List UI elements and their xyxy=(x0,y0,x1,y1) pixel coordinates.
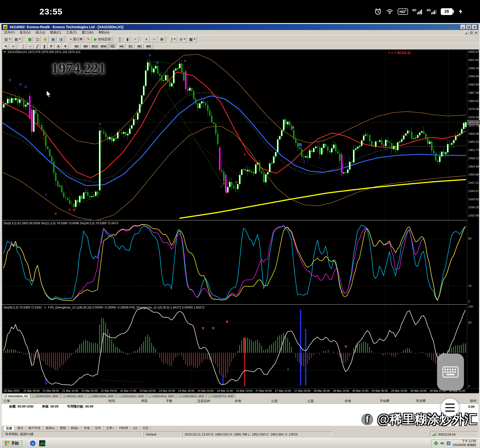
battery-percent: 26 xyxy=(444,9,449,14)
tab-alerts[interactable]: 警报 xyxy=(58,426,68,430)
bar-chart-mode-button[interactable]: ║ xyxy=(116,36,123,42)
chart-tab-usdcadm-m30[interactable]: USDCADm, M30 xyxy=(176,394,206,398)
trendline-tool-button[interactable]: ╱ xyxy=(34,44,40,49)
new-order-button[interactable]: +新订单 xyxy=(68,36,84,42)
tab-articles[interactable]: 文章1 xyxy=(104,426,116,430)
time-axis[interactable]: 20 Mar 202321 Mar 00:0021 Mar 08:0021 Ma… xyxy=(2,388,479,393)
fibonacci-tool-button[interactable]: F xyxy=(48,44,54,49)
price-scale[interactable]: 2005.4702001.8291998.1881994.5471990.906… xyxy=(467,50,479,388)
tab-trade[interactable]: 交易 xyxy=(4,426,14,431)
col-commission[interactable]: 手续费 xyxy=(378,399,414,403)
chart-tab-hk50m-m30[interactable]: HK50m, M30 xyxy=(61,394,86,398)
window-title-bar[interactable]: 19118062: Exness-Real9 - Exness Technolo… xyxy=(2,24,478,30)
strategy-tester-button[interactable]: ◨ xyxy=(57,36,64,42)
tab-market[interactable]: 市场 xyxy=(82,426,92,430)
arrows-tool-button[interactable]: ▼ xyxy=(62,44,68,49)
col-symbol[interactable]: 交易品种 xyxy=(195,399,233,403)
tab-account-history[interactable]: 账户历史 xyxy=(26,426,43,430)
tab-journal[interactable]: 日志 xyxy=(140,426,151,430)
stochastic-panel-canvas[interactable] xyxy=(2,220,467,304)
horizontal-line-tool-button[interactable]: ─ xyxy=(27,44,34,49)
tab-signals[interactable]: 信号 xyxy=(93,426,104,430)
taskbar-clock[interactable]: 下午 11:56 2023/3/30 星期四 xyxy=(453,439,476,447)
chart-tab-gbpusdm-m30[interactable]: GBPUSDm, M30 xyxy=(86,394,116,398)
indicators-button[interactable]: ƒ xyxy=(169,36,177,42)
timeframe-w1-button[interactable]: W1 xyxy=(136,44,144,49)
connection-bars-icon xyxy=(432,432,436,436)
line-chart-mode-button[interactable]: ~ xyxy=(132,36,139,42)
chart-tab-usdchfm-m30[interactable]: USDCHFm, M30 xyxy=(146,394,176,398)
browser-icon[interactable]: e xyxy=(29,440,36,447)
chart-tab-nzdusdm-m30[interactable]: NZDUSDm, M30 xyxy=(116,394,146,398)
col-time[interactable]: 时间 xyxy=(106,399,139,403)
window-close-button[interactable] xyxy=(472,25,477,29)
chart-tab-eurusdm-m30[interactable]: EURUSDm, M30 xyxy=(30,394,60,398)
chart-tab-xauusdm-h1[interactable]: XAUUSDm, H1 xyxy=(2,394,30,398)
menu-tools[interactable]: 工具(T) xyxy=(64,30,79,35)
candlestick-mode-button[interactable]: ▮ xyxy=(124,36,131,42)
tab-mailbox[interactable]: 邮箱6 xyxy=(69,426,81,430)
autotrading-button[interactable]: ▶自动交易 xyxy=(93,36,112,42)
menu-help[interactable]: 帮助(H) xyxy=(96,30,112,35)
start-button[interactable]: 开始 xyxy=(1,440,22,447)
menu-window[interactable]: 窗口(W) xyxy=(79,30,96,35)
periods-button[interactable]: ⊙ xyxy=(178,36,187,42)
col-current-price[interactable]: 价格 xyxy=(343,399,378,403)
cursor-tool-button[interactable]: ↖ xyxy=(3,44,9,49)
volume-icon[interactable] xyxy=(440,441,444,445)
divergence-panel-canvas[interactable] xyxy=(2,305,467,388)
col-type[interactable]: 类型 xyxy=(139,399,164,403)
stochastic-indicator-label: Sto(8,3,3) 62.2803 58.5539 Sto(21,3,3) 7… xyxy=(4,222,118,225)
floating-menu-button[interactable] xyxy=(441,398,459,416)
menu-insert[interactable]: 插入(I) xyxy=(33,30,48,35)
channel-tool-button[interactable]: ∥ xyxy=(41,44,48,49)
window-maximize-button[interactable] xyxy=(466,25,471,29)
status-profile[interactable]: Default xyxy=(144,431,181,437)
timeframe-d1-button[interactable]: D1 xyxy=(126,44,135,49)
vertical-line-tool-button[interactable]: │ xyxy=(20,44,26,49)
col-stop-loss[interactable]: 止损 xyxy=(269,399,305,403)
text-tool-button[interactable]: A xyxy=(55,44,62,49)
metaeditor-button[interactable]: ✎ xyxy=(85,36,92,42)
tab-news[interactable]: 新闻99 xyxy=(44,426,57,430)
terminal-panel-button[interactable]: ▣ xyxy=(50,36,56,42)
chevron-down-icon[interactable] xyxy=(4,51,6,53)
tab-experts[interactable]: EA xyxy=(131,426,140,430)
col-order[interactable]: 订单 xyxy=(2,399,106,403)
templates-button[interactable]: ▨ xyxy=(188,36,197,42)
menu-charts[interactable]: 图表(C) xyxy=(48,30,64,35)
menu-file[interactable]: 文件(F) xyxy=(2,30,17,35)
timeframe-m30-button[interactable]: M30 xyxy=(100,44,108,49)
timeframe-m15-button[interactable]: M15 xyxy=(90,44,99,49)
child-close-button[interactable] xyxy=(474,31,478,34)
col-open-price[interactable]: 价格 xyxy=(233,399,269,403)
ime-icon[interactable] xyxy=(446,441,450,445)
child-minimize-button[interactable] xyxy=(464,31,468,34)
timeframe-h1-button[interactable]: H1 xyxy=(108,44,117,49)
col-lots[interactable]: 手数 xyxy=(164,399,195,403)
market-watch-button[interactable]: ▥ xyxy=(26,36,33,42)
tab-exposure[interactable]: 展示 xyxy=(15,426,26,430)
child-restore-button[interactable] xyxy=(469,31,473,34)
profiles-button[interactable]: ▦ xyxy=(13,36,22,42)
timeframe-m5-button[interactable]: M5 xyxy=(82,44,90,49)
auto-scroll-button[interactable]: ⊞ xyxy=(158,36,165,42)
mt4-app-icon[interactable] xyxy=(38,440,46,447)
timeframe-mn-button[interactable]: MN xyxy=(144,44,153,49)
crosshair-tool-button[interactable]: + xyxy=(10,44,16,49)
floating-keyboard-button[interactable] xyxy=(437,354,464,390)
safety-icon[interactable] xyxy=(434,441,438,445)
zoom-in-button[interactable]: + xyxy=(143,36,150,42)
chart-tab-usdjpym-m30[interactable]: USDJPYm, M30 xyxy=(206,394,236,398)
data-window-button[interactable]: ◫ xyxy=(34,36,41,42)
navigator-button[interactable]: ⊞ xyxy=(42,36,49,42)
trendline-tool-icon: ╱ xyxy=(36,45,38,48)
tab-code-base[interactable]: 代码库 xyxy=(117,426,130,430)
new-chart-button[interactable]: ▤ xyxy=(3,36,12,42)
timeframe-m1-button[interactable]: M1 xyxy=(72,44,81,49)
timeframe-h4-button[interactable]: H4 xyxy=(118,44,126,49)
col-take-profit[interactable]: 止盈 xyxy=(305,399,343,403)
zoom-out-button[interactable]: − xyxy=(150,36,158,42)
menu-view[interactable]: 显示(V) xyxy=(17,30,33,35)
window-minimize-button[interactable] xyxy=(460,25,466,29)
